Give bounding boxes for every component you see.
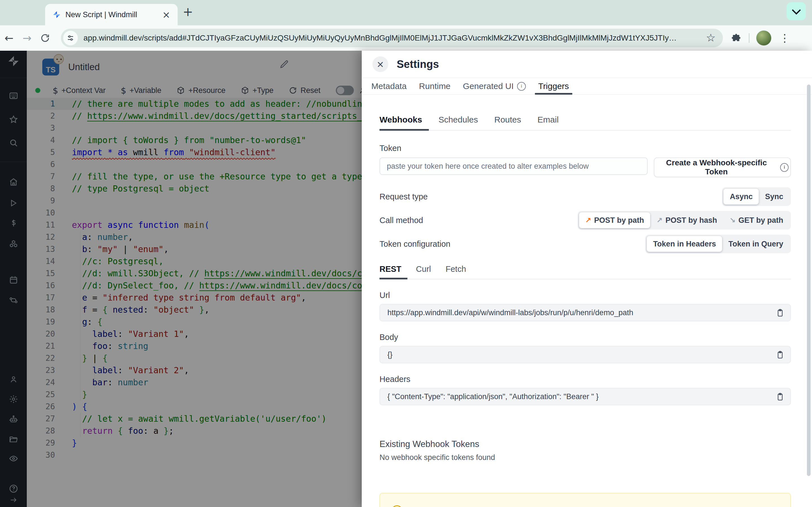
option-get-by-path[interactable]: ↘ GET by path xyxy=(723,212,790,228)
settings-tabs: Metadata Runtime Generated UI i Triggers xyxy=(362,78,812,95)
url-label: Url xyxy=(379,291,791,300)
arrow-down-right-icon: ↘ xyxy=(729,216,735,224)
site-settings-button[interactable] xyxy=(63,31,78,45)
copy-icon[interactable] xyxy=(776,350,784,359)
triggers-panel: Webhooks Schedules Routes Email Token Cr… xyxy=(362,115,812,507)
new-tab-button[interactable]: + xyxy=(183,4,193,19)
tab-rest[interactable]: REST xyxy=(379,265,401,279)
option-token-in-headers[interactable]: Token in Headers xyxy=(647,236,722,252)
chevron-down-icon xyxy=(792,5,801,15)
warning-header: ! Attached to a deployed path xyxy=(391,505,779,507)
call-method-row: Call method ↗ POST by path ↗ POST by has… xyxy=(379,211,791,230)
tab-triggers[interactable]: Triggers xyxy=(532,78,575,94)
headers-label: Headers xyxy=(379,375,791,384)
token-configuration-toggle: Token in Headers Token in Query xyxy=(645,235,791,253)
call-method-toggle: ↗ POST by path ↗ POST by hash ↘ GET by p… xyxy=(578,211,791,230)
request-type-label: Request type xyxy=(379,192,428,202)
url-value: https://app.windmill.dev/api/w/windmill-… xyxy=(388,308,633,317)
browser-tab-strip: New Script | Windmill × + xyxy=(0,0,812,25)
deployed-path-warning: ! Attached to a deployed path The webhoo… xyxy=(379,493,791,507)
option-get-by-path-label: GET by path xyxy=(739,216,783,225)
option-post-by-path[interactable]: ↗ POST by path xyxy=(579,212,651,228)
settings-header: × Settings xyxy=(362,51,812,78)
windmill-favicon-icon xyxy=(52,10,61,19)
browser-menu-icon[interactable]: ⋮ xyxy=(779,32,790,44)
token-configuration-row: Token configuration Token in Headers Tok… xyxy=(379,235,791,253)
extensions-icon[interactable] xyxy=(731,33,742,43)
create-webhook-token-label: Create a Webhook-specific Token xyxy=(656,158,777,176)
tab-runtime[interactable]: Runtime xyxy=(413,78,457,94)
tab-routes[interactable]: Routes xyxy=(494,115,521,130)
create-webhook-token-button[interactable]: Create a Webhook-specific Token i xyxy=(654,158,791,177)
arrow-up-right-icon: ↗ xyxy=(585,216,592,224)
option-token-in-query[interactable]: Token in Query xyxy=(722,236,790,252)
option-post-by-hash[interactable]: ↗ POST by hash xyxy=(650,212,723,228)
chrome-dropdown-button[interactable] xyxy=(786,2,806,20)
option-async[interactable]: Async xyxy=(723,189,759,205)
back-button[interactable]: ← xyxy=(0,32,18,44)
token-configuration-label: Token configuration xyxy=(379,239,451,249)
close-settings-button[interactable]: × xyxy=(372,56,388,72)
arrow-up-right-icon: ↗ xyxy=(656,216,663,224)
url-field[interactable]: https://app.windmill.dev/api/w/windmill-… xyxy=(379,304,791,321)
settings-drawer: × Settings Metadata Runtime Generated UI… xyxy=(362,51,812,507)
tab-fetch[interactable]: Fetch xyxy=(446,265,466,279)
headers-value: { "Content-Type": "application/json", "A… xyxy=(388,392,599,401)
tab-curl[interactable]: Curl xyxy=(416,265,431,279)
forward-button[interactable]: → xyxy=(18,32,36,44)
option-post-by-hash-label: POST by hash xyxy=(665,216,717,225)
option-post-by-path-label: POST by path xyxy=(594,216,644,225)
example-tabs: REST Curl Fetch xyxy=(379,265,791,279)
browser-tab[interactable]: New Script | Windmill × xyxy=(45,4,177,25)
tab-schedules[interactable]: Schedules xyxy=(439,115,478,130)
settings-title: Settings xyxy=(397,58,439,70)
workspace-area: TS Untitled $ +Context Var $ +Variable xyxy=(0,51,362,507)
info-icon: i xyxy=(517,82,526,91)
copy-icon[interactable] xyxy=(776,308,784,318)
trigger-type-tabs: Webhooks Schedules Routes Email xyxy=(379,115,791,131)
tab-generated-ui-label: Generated UI xyxy=(463,81,514,91)
bookmark-star-icon[interactable]: ☆ xyxy=(706,32,716,44)
token-row: Create a Webhook-specific Token i xyxy=(379,158,791,177)
token-label: Token xyxy=(379,144,791,153)
warning-icon: ! xyxy=(391,505,403,507)
existing-tokens-empty: No webhook specific tokens found xyxy=(379,453,791,462)
copy-icon[interactable] xyxy=(776,392,784,401)
url-text[interactable]: app.windmill.dev/scripts/add#JTdCJTIyaGF… xyxy=(84,34,684,43)
tab-close-icon[interactable]: × xyxy=(162,9,170,20)
url-bar[interactable]: app.windmill.dev/scripts/add#JTdCJTIyaGF… xyxy=(61,29,723,47)
body-field[interactable]: {} xyxy=(379,346,791,363)
token-input[interactable] xyxy=(379,158,648,175)
info-icon: i xyxy=(780,163,789,172)
headers-field[interactable]: { "Content-Type": "application/json", "A… xyxy=(379,388,791,405)
tab-title: New Script | Windmill xyxy=(65,10,162,19)
option-sync[interactable]: Sync xyxy=(759,189,790,205)
browser-toolbar: ← → app.windmill.dev/scripts/add#JTdCJTI… xyxy=(0,25,812,51)
reload-button[interactable] xyxy=(36,33,54,43)
existing-tokens-title: Existing Webhook Tokens xyxy=(379,439,791,449)
tab-metadata[interactable]: Metadata xyxy=(365,78,413,94)
tab-webhooks[interactable]: Webhooks xyxy=(379,115,422,130)
body-value: {} xyxy=(388,350,393,359)
request-type-toggle: Async Sync xyxy=(722,187,791,206)
modal-dim-overlay[interactable] xyxy=(0,51,362,507)
body-label: Body xyxy=(379,333,791,342)
profile-avatar[interactable] xyxy=(756,31,771,46)
tab-email[interactable]: Email xyxy=(538,115,559,130)
request-type-row: Request type Async Sync xyxy=(379,187,791,206)
panel-scrollbar[interactable] xyxy=(807,84,811,476)
toolbar-divider xyxy=(749,33,749,43)
tab-generated-ui[interactable]: Generated UI i xyxy=(457,78,532,94)
call-method-label: Call method xyxy=(379,216,423,225)
